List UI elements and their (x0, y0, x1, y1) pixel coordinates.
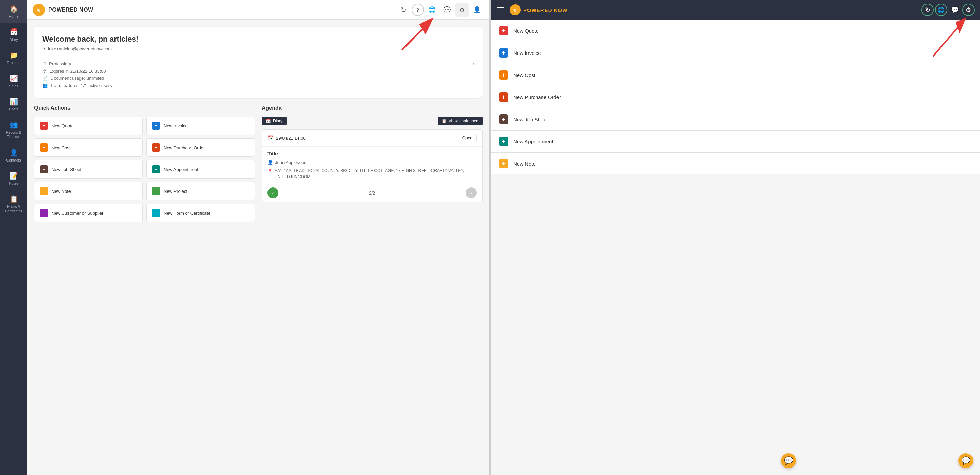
sidebar-item-notes[interactable]: 📝 Notes (0, 167, 27, 190)
hamburger-menu[interactable] (496, 6, 506, 14)
sidebar-item-reports[interactable]: 👥 Reports & Finances (0, 116, 27, 144)
agenda-card-header: 📅 29/04/21 14:00 Open (262, 130, 482, 146)
event-address: 📍 AA1 1AA, TRADITIONAL COUNTY, BIG CITY,… (267, 168, 477, 180)
agenda-card: 📅 29/04/21 14:00 Open Title 👤 (262, 129, 482, 202)
right-new-invoice-item[interactable]: + New Invoice (491, 42, 980, 64)
open-label: Open (462, 136, 472, 140)
diary-label: Diary (273, 119, 283, 123)
new-invoice-icon: + (152, 122, 160, 130)
new-invoice-button[interactable]: + New Invoice (146, 116, 255, 135)
diary-icon: 📅 (266, 119, 271, 123)
welcome-card: Welcome back, pn articles! ✈ luke+articl… (34, 27, 482, 98)
event-title: Title (267, 151, 477, 156)
next-event-button[interactable]: › (466, 187, 477, 198)
actions-grid: + New Quote + New Invoice + New Cost (34, 116, 255, 222)
event-date: 29/04/21 14:00 (276, 136, 305, 141)
doc-icon: 📄 (42, 76, 48, 81)
welcome-title: Welcome back, pn articles! (42, 35, 474, 44)
right-topbar: e POWERED NOW ↻ 🌐 💬 ⚙ (491, 0, 980, 20)
right-new-purchase-order-item[interactable]: + New Purchase Order (491, 86, 980, 108)
right-new-quote-item[interactable]: + New Quote (491, 20, 980, 42)
right-new-appointment-item[interactable]: + New Appointment (491, 130, 980, 153)
settings-button[interactable]: ⚙ (455, 3, 469, 17)
new-purchase-order-label: New Purchase Order (164, 145, 205, 150)
right-new-quote-icon: + (499, 26, 508, 35)
chat-button-top[interactable]: 💬 (440, 3, 454, 17)
right-content-list: + New Quote + New Invoice + New Cost + N… (491, 20, 980, 475)
right-new-cost-icon: + (499, 70, 508, 80)
topbar-icons-left: ↻ ? 🌐 💬 ⚙ 👤 (397, 3, 484, 17)
new-quote-button[interactable]: + New Quote (34, 116, 143, 135)
diary-button[interactable]: 📅 Diary (262, 116, 286, 126)
sidebar-item-sales[interactable]: 📈 Sales (0, 70, 27, 93)
expires-text: Expires in 21/10/22 16:33:00 (49, 68, 106, 74)
plan-row-expires: ⏱ Expires in 21/10/22 16:33:00 (42, 68, 474, 74)
unplanned-label: View Unplanned (449, 119, 479, 123)
new-customer-button[interactable]: + New Customer or Supplier (34, 204, 143, 222)
right-settings-button[interactable]: ⚙ (962, 4, 975, 16)
new-project-icon: + (152, 187, 160, 195)
chat-bubble-left[interactable]: 💬 (781, 453, 796, 468)
location-icon: ✈ (42, 46, 46, 51)
new-form-button[interactable]: + New Form or Certificate (146, 204, 255, 222)
agenda-title: Agenda (262, 105, 482, 111)
right-sync-button[interactable]: ↻ (921, 4, 934, 16)
right-new-purchase-order-label: New Purchase Order (513, 94, 561, 100)
sidebar: 🏠 Home 📅 Diary 📁 Projects 📈 Sales 📊 Cost… (0, 0, 27, 475)
right-new-note-label: New Note (513, 161, 536, 167)
right-logo: e POWERED NOW (510, 5, 567, 15)
new-purchase-order-icon: + (152, 143, 160, 152)
right-new-quote-label: New Quote (513, 28, 539, 34)
right-new-note-item[interactable]: + New Note (491, 153, 980, 175)
email-text: luke+articles@powerednow.com (48, 46, 112, 51)
help-button[interactable]: ? (412, 4, 424, 16)
new-appointment-icon: + (152, 165, 160, 173)
user-button[interactable]: 👤 (470, 3, 484, 17)
agenda-card-body: Title 👤 John Appleseed 📍 AA1 1AA, TRADIT… (262, 146, 482, 184)
right-globe-button[interactable]: 🌐 (935, 4, 947, 16)
new-job-sheet-label: New Job Sheet (51, 167, 81, 172)
new-project-label: New Project (164, 189, 188, 194)
sync-button[interactable]: ↻ (397, 3, 410, 17)
new-project-button[interactable]: + New Project (146, 182, 255, 200)
quick-actions-section: Quick Actions + New Quote + New Invoice (34, 105, 255, 222)
sidebar-item-costs[interactable]: 📊 Costs (0, 93, 27, 116)
sidebar-item-projects[interactable]: 📁 Projects (0, 46, 27, 70)
sidebar-label-diary: Diary (9, 38, 18, 41)
new-purchase-order-button[interactable]: + New Purchase Order (146, 138, 255, 157)
new-job-sheet-icon: + (40, 165, 48, 173)
clock-icon: ⏱ (42, 68, 47, 74)
two-col-layout: Quick Actions + New Quote + New Invoice (34, 105, 482, 222)
topbar-left: e POWERED NOW ↻ ? 🌐 💬 ⚙ 👤 (27, 0, 489, 20)
agenda-section: Agenda 📅 Diary 📋 View Unplanned (262, 105, 482, 222)
sidebar-item-forms[interactable]: 📋 Forms & Certificates (0, 190, 27, 218)
right-chat-button-top[interactable]: 💬 (949, 4, 961, 16)
new-cost-button[interactable]: + New Cost (34, 138, 143, 157)
plan-arrow-icon[interactable]: › (473, 61, 474, 67)
new-customer-label: New Customer or Supplier (51, 211, 103, 216)
sidebar-item-diary[interactable]: 📅 Diary (0, 23, 27, 46)
right-new-cost-item[interactable]: + New Cost (491, 64, 980, 86)
view-unplanned-button[interactable]: 📋 View Unplanned (438, 116, 482, 126)
sidebar-label-home: Home (8, 14, 18, 18)
sidebar-item-contacts[interactable]: 👤 Contacts (0, 144, 27, 167)
agenda-header: 📅 Diary 📋 View Unplanned (262, 116, 482, 126)
new-appointment-button[interactable]: + New Appointment (146, 160, 255, 178)
prev-event-button[interactable]: ‹ (267, 187, 278, 198)
plan-row-plan: ☐ Professional › (42, 61, 474, 67)
right-new-job-sheet-icon: + (499, 114, 508, 124)
sidebar-label-forms: Forms & Certificates (3, 205, 24, 213)
right-new-invoice-label: New Invoice (513, 50, 541, 56)
new-form-label: New Form or Certificate (164, 211, 210, 216)
globe-button[interactable]: 🌐 (425, 3, 439, 17)
sidebar-label-reports: Reports & Finances (3, 130, 24, 139)
new-note-button[interactable]: + New Note (34, 182, 143, 200)
quick-actions-title: Quick Actions (34, 105, 255, 111)
right-logo-letter: e (514, 7, 517, 13)
right-new-job-sheet-item[interactable]: + New Job Sheet (491, 108, 980, 130)
open-event-button[interactable]: Open (458, 134, 477, 142)
new-job-sheet-button[interactable]: + New Job Sheet (34, 160, 143, 178)
sidebar-item-home[interactable]: 🏠 Home (0, 0, 27, 23)
logo-letter: e (38, 7, 41, 13)
chat-bubble-right[interactable]: 💬 (958, 453, 973, 468)
